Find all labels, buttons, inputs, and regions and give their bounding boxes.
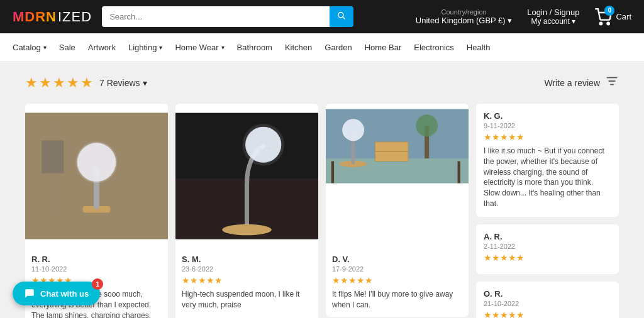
review-card-sm: S. M. 23-6-2022 ★★★★★ High-tech suspende… <box>175 104 318 318</box>
catalog-dropdown-arrow: ▾ <box>43 44 47 51</box>
review-text-sm: High-tech suspended moon, I like it very… <box>182 289 312 310</box>
country-region[interactable]: Country/region United Kingdom (GBP £) ▾ <box>416 8 512 25</box>
stars-summary: ★★★★★ 7 Reviews ▾ <box>25 75 147 91</box>
nav-electronics[interactable]: Electronics <box>414 43 454 52</box>
filter-icon[interactable] <box>605 74 619 91</box>
search-input[interactable] <box>102 6 330 27</box>
svg-point-0 <box>338 13 343 18</box>
review-text-kg: I like it so much ~ But if you connect t… <box>484 146 611 209</box>
review-stars-kg: ★★★★★ <box>484 132 611 142</box>
review-body-dv: D. V. 17-9-2022 ★★★★★ It flips Me! I'll … <box>326 248 469 317</box>
svg-rect-16 <box>42 140 64 173</box>
review-stars-ar: ★★★★★ <box>484 253 611 263</box>
reviewer-name-kg: K. G. <box>484 111 611 121</box>
col-dv-nu: D. V. 17-9-2022 ★★★★★ It flips Me! I'll … <box>326 104 469 318</box>
review-count[interactable]: 7 Reviews ▾ <box>99 78 147 88</box>
search-button[interactable] <box>330 6 353 27</box>
reviewer-name-dv: D. V. <box>332 255 462 264</box>
write-review-group: Write a review <box>545 74 619 91</box>
review-photo-dv <box>326 104 469 248</box>
country-label: Country/region <box>416 8 512 16</box>
svg-point-25 <box>243 124 284 165</box>
review-photo-sm <box>175 104 318 248</box>
reviewer-name-rr: R. R. <box>31 255 162 264</box>
review-stars-dv: ★★★★★ <box>332 275 462 285</box>
country-value[interactable]: United Kingdom (GBP £) ▾ <box>416 16 512 25</box>
svg-line-1 <box>343 17 345 19</box>
svg-rect-30 <box>375 142 408 162</box>
nav-artwork[interactable]: Artwork <box>88 43 116 52</box>
header: MDRN IZED Country/region United Kingdom … <box>0 0 644 33</box>
review-date-ar: 2-11-2022 <box>484 243 611 250</box>
review-date-or: 21-10-2022 <box>484 300 611 307</box>
nav-homewear[interactable]: Home Wear ▾ <box>175 43 224 52</box>
svg-point-34 <box>342 119 364 141</box>
logo-mdrn: MDRN <box>13 9 57 25</box>
review-card-ar: A. R. 2-11-2022 ★★★★★ <box>476 224 619 274</box>
review-date-kg: 9-11-2022 <box>484 122 611 129</box>
nav-catalog[interactable]: Catalog ▾ <box>13 43 47 52</box>
account-label[interactable]: My account ▾ <box>527 17 579 26</box>
reviewer-name-sm: S. M. <box>182 255 312 264</box>
nav-homebar[interactable]: Home Bar <box>365 43 402 52</box>
review-body-sm: S. M. 23-6-2022 ★★★★★ High-tech suspende… <box>175 248 318 317</box>
cart-button[interactable]: 0 Cart <box>594 8 631 26</box>
summary-stars: ★★★★★ <box>25 75 94 91</box>
svg-point-29 <box>416 114 438 136</box>
header-right: Country/region United Kingdom (GBP £) ▾ … <box>416 8 631 26</box>
svg-point-3 <box>608 22 610 25</box>
chat-label: Chat with us <box>40 289 89 299</box>
nav-garden[interactable]: Garden <box>325 43 352 52</box>
cart-icon: 0 <box>594 8 612 26</box>
logo-ized: IZED <box>58 9 92 25</box>
review-date-dv: 17-9-2022 <box>332 265 462 273</box>
login-label: Login / Signup <box>527 8 579 17</box>
reviews-header: ★★★★★ 7 Reviews ▾ Write a review <box>25 74 619 91</box>
review-stars-sm: ★★★★★ <box>182 275 312 285</box>
review-photo-rr <box>25 104 168 248</box>
svg-point-14 <box>75 141 117 183</box>
nav-kitchen[interactable]: Kitchen <box>285 43 312 52</box>
login-signup[interactable]: Login / Signup My account ▾ <box>527 8 579 26</box>
cart-label: Cart <box>616 12 631 21</box>
nav-health[interactable]: Health <box>467 43 491 52</box>
write-review-button[interactable]: Write a review <box>545 78 600 88</box>
review-date-rr: 11-10-2022 <box>31 265 162 273</box>
reviewer-name-or: O. R. <box>484 289 611 299</box>
svg-point-19 <box>222 224 272 235</box>
navigation: Catalog ▾ Sale Artwork Lighting ▾ Home W… <box>0 33 644 62</box>
nav-lighting[interactable]: Lighting ▾ <box>128 43 163 52</box>
homewear-dropdown-arrow: ▾ <box>221 44 225 51</box>
review-card-or: O. R. 21-10-2022 ★★★★★ <box>476 282 619 318</box>
svg-rect-35 <box>331 162 334 184</box>
review-card-kg: K. G. 9-11-2022 ★★★★★ I like it so much … <box>476 104 619 217</box>
svg-rect-36 <box>458 162 460 184</box>
review-date-sm: 23-6-2022 <box>182 265 312 273</box>
cart-badge: 0 <box>604 6 614 16</box>
lighting-dropdown-arrow: ▾ <box>159 44 162 51</box>
search-bar <box>102 6 353 27</box>
review-card-dv: D. V. 17-9-2022 ★★★★★ It flips Me! I'll … <box>326 104 469 317</box>
svg-point-2 <box>600 22 602 25</box>
review-text-dv: It flips Me! I'll buy more to give away … <box>332 289 462 310</box>
reviewer-name-ar: A. R. <box>484 232 611 241</box>
nav-bathroom[interactable]: Bathroom <box>237 43 272 52</box>
nav-sale[interactable]: Sale <box>59 43 75 52</box>
chat-button[interactable]: Chat with us 1 <box>13 282 100 305</box>
review-grid: R. R. 11-10-2022 ★★★★★ It's just a bomb!… <box>25 104 619 318</box>
right-column: K. G. 9-11-2022 ★★★★★ I like it so much … <box>476 104 619 318</box>
logo[interactable]: MDRN IZED <box>13 9 92 25</box>
review-stars-or: ★★★★★ <box>484 310 611 318</box>
